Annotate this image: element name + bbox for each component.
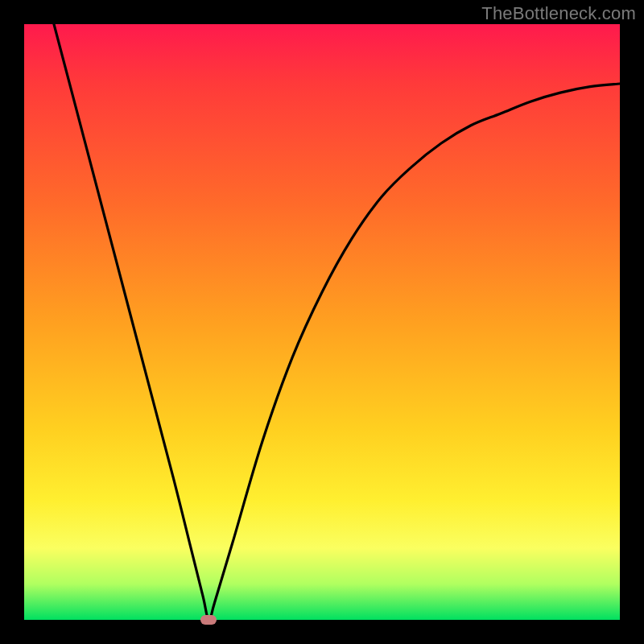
chart-frame: TheBottleneck.com	[0, 0, 644, 644]
watermark-text: TheBottleneck.com	[481, 3, 636, 24]
bottleneck-curve-path	[54, 24, 620, 620]
plot-area	[24, 24, 620, 620]
minimum-marker	[200, 615, 217, 625]
curve-layer	[24, 24, 620, 620]
